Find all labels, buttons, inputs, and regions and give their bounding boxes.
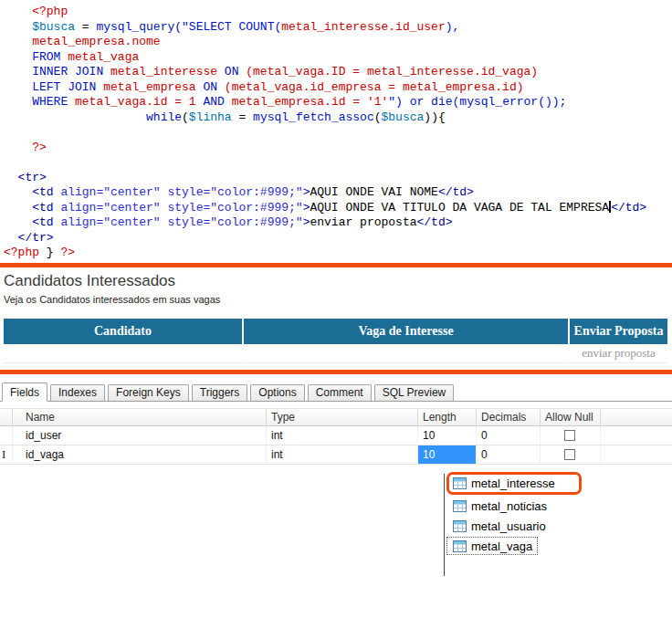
- fields-grid: NameTypeLengthDecimalsAllow Nullid_useri…: [0, 408, 672, 465]
- code-line: [4, 155, 672, 171]
- code-token: metal_empresa.id = '1': [225, 95, 388, 109]
- grid-header-allow-null: Allow Null: [541, 409, 601, 425]
- preview-title: Candidatos Interessados: [4, 272, 669, 290]
- code-token: AND: [196, 95, 225, 109]
- code-token: <?php: [4, 5, 68, 18]
- code-token: (metal_vaga.id_empresa = metal_empresa.i…: [217, 80, 523, 94]
- tab-triggers[interactable]: Triggers: [192, 384, 248, 401]
- code-token: </tr>: [4, 231, 54, 245]
- row-extra-cell: [601, 445, 672, 464]
- candidates-table-header: CandidatoVaga de InteresseEnviar Propost…: [4, 319, 669, 344]
- code-token: ON: [217, 65, 238, 79]
- table-name: metal_vaga: [471, 539, 532, 553]
- php-code[interactable]: <?php $busca = mysql_query("SELECT COUNT…: [0, 0, 672, 261]
- tab-fields[interactable]: Fields: [2, 382, 47, 402]
- code-line: while($linha = mysql_fetch_assoc($busca)…: [4, 110, 672, 126]
- code-token: align="center" style="color:#999;": [54, 201, 303, 215]
- code-token: $busca: [382, 110, 425, 124]
- allow-null-checkbox[interactable]: [564, 430, 575, 441]
- allow-null-cell[interactable]: [541, 426, 601, 445]
- row-handle: [0, 426, 13, 445]
- candidates-table-row: enviar proposta: [4, 344, 669, 363]
- code-token: metal_vaga.id = 1: [68, 95, 195, 109]
- code-token: <td: [4, 185, 54, 199]
- tab-options[interactable]: Options: [250, 384, 304, 401]
- code-token: FROM: [4, 50, 60, 64]
- tab-comment[interactable]: Comment: [308, 384, 372, 401]
- field-name-cell[interactable]: id_vaga: [13, 445, 267, 464]
- code-line: <tr>: [4, 171, 672, 186]
- code-line: <td align="center" style="color:#999;">A…: [4, 185, 672, 201]
- field-length-cell[interactable]: 10: [418, 426, 477, 445]
- code-token: while: [146, 110, 182, 124]
- table-name: metal_noticias: [471, 499, 547, 513]
- tab-foreign-keys[interactable]: Foreign Keys: [108, 384, 189, 401]
- allow-null-checkbox[interactable]: [564, 449, 575, 460]
- code-line: metal_empresa.nome: [4, 35, 672, 50]
- enviar-proposta-link[interactable]: enviar proposta: [570, 344, 667, 363]
- field-decimals-cell[interactable]: 0: [477, 445, 541, 464]
- code-token: <td: [4, 215, 54, 229]
- code-token: </td>: [417, 215, 453, 229]
- code-token: $linha: [189, 110, 232, 124]
- panel-divider: [444, 474, 445, 576]
- code-line: LEFT JOIN metal_empresa ON (metal_vaga.i…: [4, 80, 672, 96]
- code-token: <td: [4, 201, 54, 215]
- field-name-cell[interactable]: id_user: [13, 426, 267, 445]
- field-length-cell[interactable]: 10: [418, 445, 477, 464]
- code-token: INNER JOIN: [4, 65, 103, 79]
- table-name: metal_interesse: [471, 477, 555, 490]
- row-cursor-icon: I: [2, 449, 5, 460]
- code-line: <?php } ?>: [4, 246, 672, 261]
- code-line: INNER JOIN metal_interesse ON (metal_vag…: [4, 65, 672, 80]
- tree-item-metal_noticias[interactable]: metal_noticias: [446, 496, 547, 516]
- tab-sql-preview[interactable]: SQL Preview: [374, 384, 455, 401]
- allow-null-cell[interactable]: [541, 445, 601, 464]
- preview-subtitle: Veja os Candidatos interessados em suas …: [4, 294, 669, 305]
- code-token: enviar proposta: [310, 215, 416, 229]
- code-token: )){: [424, 110, 445, 124]
- code-line: <td align="center" style="color:#999;">e…: [4, 215, 672, 231]
- row-extra-cell: [601, 426, 672, 445]
- code-line: [4, 125, 672, 141]
- row-handle: I: [0, 445, 13, 464]
- tree-item-metal_interesse[interactable]: metal_interesse: [446, 472, 582, 495]
- code-token: ON: [196, 80, 217, 94]
- preview-empty-cell: [4, 344, 242, 363]
- code-line: </tr>: [4, 231, 672, 246]
- code-line: <td align="center" style="color:#999;">A…: [4, 201, 672, 216]
- code-token: align="center" style="color:#999;": [54, 215, 303, 229]
- tables-tree-items: metal_interessemetal_noticiasmetal_usuar…: [446, 472, 672, 555]
- tree-item-metal_vaga[interactable]: metal_vaga: [446, 537, 538, 555]
- field-decimals-cell[interactable]: 0: [477, 426, 541, 445]
- tables-tree: metal_interessemetal_noticiasmetal_usuar…: [444, 472, 672, 555]
- grid-header-name: Name: [13, 409, 267, 425]
- code-token: metal_empresa.nome: [4, 35, 161, 48]
- preview-column-header: Candidato: [4, 319, 242, 344]
- code-token: }: [39, 246, 60, 259]
- code-token: align="center" style="color:#999;": [54, 185, 303, 199]
- code-editor[interactable]: <?php $busca = mysql_query("SELECT COUNT…: [0, 0, 672, 263]
- code-token: ),: [446, 20, 460, 34]
- code-line: ?>: [4, 141, 672, 156]
- tab-indexes[interactable]: Indexes: [50, 384, 105, 401]
- code-token: ?>: [60, 246, 75, 259]
- grid-header-row: NameTypeLengthDecimalsAllow Null: [0, 409, 672, 426]
- code-token: LEFT JOIN: [4, 80, 96, 94]
- field-type-cell[interactable]: int: [267, 426, 418, 445]
- grid-header-handle: [0, 409, 13, 425]
- field-type-cell[interactable]: int: [267, 445, 418, 464]
- code-token: metal_empresa: [96, 80, 195, 94]
- code-token: [4, 110, 146, 124]
- grid-header-type: Type: [267, 409, 418, 425]
- grid-header-decimals: Decimals: [477, 409, 541, 425]
- code-token: =: [75, 20, 96, 34]
- code-token: metal_interesse: [103, 65, 217, 79]
- code-token: AQUI ONDE VAI NOME: [310, 185, 437, 199]
- tree-item-metal_usuario[interactable]: metal_usuario: [446, 516, 546, 536]
- code-token: AQUI ONDE VA TITULO DA VAGA DE TAL EMPRE…: [310, 201, 609, 215]
- code-token: metal_vaga: [60, 50, 139, 64]
- code-token: (: [182, 110, 189, 124]
- code-token: ?>: [4, 141, 47, 154]
- code-line: WHERE metal_vaga.id = 1 AND metal_empres…: [4, 95, 672, 110]
